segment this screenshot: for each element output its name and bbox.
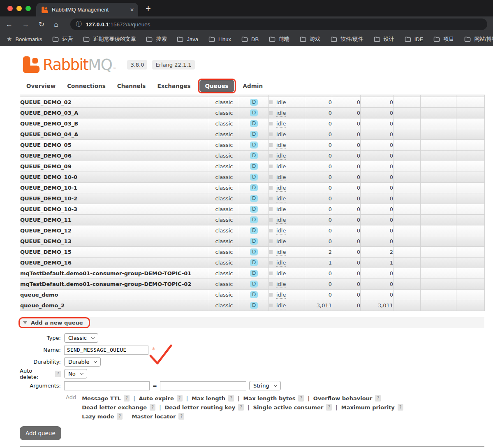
home-icon[interactable]: ⌂ xyxy=(54,21,58,28)
queue-name-cell[interactable]: QUEUE_DEMO_16 xyxy=(20,258,209,268)
queue-name-cell[interactable]: mqTestDefault.demo01-consumer-group-DEMO… xyxy=(20,268,209,279)
queue-name-cell[interactable]: QUEUE_DEMO_06 xyxy=(20,151,209,161)
bookmark-folder[interactable]: DB xyxy=(241,35,259,43)
queue-name-cell[interactable]: mqTestDefault.demo01-consumer-group-DEMO… xyxy=(20,279,209,290)
help-icon[interactable]: ? xyxy=(55,371,61,377)
argument-link[interactable]: Max length xyxy=(192,395,225,402)
separator: | xyxy=(336,404,337,411)
help-icon[interactable]: ? xyxy=(238,404,244,411)
bookmark-folder[interactable]: IDE xyxy=(405,35,424,43)
queue-name-cell[interactable]: QUEUE_DEMO_04_A xyxy=(20,129,209,140)
argument-link[interactable]: Lazy mode xyxy=(82,413,114,420)
bookmark-folder[interactable]: 设计 xyxy=(374,35,394,43)
fullscreen-window-button[interactable] xyxy=(25,6,31,11)
bookmark-folder[interactable]: 游戏 xyxy=(300,35,320,43)
argument-line: Dead letter exchange?|Dead letter routin… xyxy=(82,403,403,412)
url-field[interactable]: ⓘ 127.0.0.1 :15672/#/queues xyxy=(70,19,487,30)
argument-link[interactable]: Message TTL xyxy=(82,395,121,402)
argument-link[interactable]: Max length bytes xyxy=(243,395,295,402)
queue-name-cell[interactable]: QUEUE_DEMO_05 xyxy=(20,140,209,151)
queue-name-cell[interactable]: QUEUE_DEMO_10-0 xyxy=(20,172,209,183)
argument-link[interactable]: Overflow behaviour xyxy=(313,395,373,402)
queue-name-cell[interactable]: queue_demo xyxy=(20,290,209,300)
chevron-down-icon xyxy=(94,360,97,363)
bookmark-folder[interactable]: 搜索 xyxy=(146,35,167,43)
separator: | xyxy=(159,404,161,411)
version-badge: 3.8.0 xyxy=(127,60,147,70)
bookmark-folder[interactable]: 前端 xyxy=(269,35,289,43)
help-icon[interactable]: ? xyxy=(398,404,403,411)
cell-rate-deliver-cell xyxy=(421,215,456,225)
add-queue-section-toggle[interactable]: Add a new queue xyxy=(19,317,90,328)
ready-cell: 0 xyxy=(305,193,332,204)
queue-name-cell[interactable]: QUEUE_DEMO_03_A xyxy=(20,108,209,118)
argument-link[interactable]: Master locator xyxy=(132,413,176,420)
durability-select[interactable]: Durable xyxy=(64,357,101,367)
tab-admin[interactable]: Admin xyxy=(237,80,268,92)
argument-link[interactable]: Maximum priority xyxy=(341,404,395,411)
durable-badge: D xyxy=(250,152,258,159)
argument-link[interactable]: Auto expire xyxy=(139,395,174,402)
bookmark-folder[interactable]: 项目 xyxy=(433,35,454,43)
bookmark-folder[interactable]: 运营 xyxy=(52,35,73,43)
bookmark-folder[interactable]: 近期需要读的文章 xyxy=(83,35,136,43)
argument-link[interactable]: Dead letter routing key xyxy=(165,404,236,411)
queue-name-cell[interactable]: QUEUE_DEMO_13 xyxy=(20,236,209,247)
forward-icon[interactable]: → xyxy=(22,21,29,28)
add-queue-button[interactable]: Add queue xyxy=(20,426,61,440)
tab-exchanges[interactable]: Exchanges xyxy=(151,80,196,92)
queue-name-input[interactable] xyxy=(64,346,148,355)
durability-row: Durability: Durable xyxy=(20,357,493,367)
minimize-window-button[interactable] xyxy=(16,6,22,11)
tab-overview[interactable]: Overview xyxy=(21,80,61,92)
ready-cell: 0 xyxy=(305,140,332,151)
close-tab-icon[interactable]: ✕ xyxy=(130,7,134,13)
queue-name-cell[interactable]: QUEUE_DEMO_10-3 xyxy=(20,204,209,215)
help-icon[interactable]: ? xyxy=(228,395,234,402)
help-icon[interactable]: ? xyxy=(124,395,130,402)
queue-name-cell[interactable]: queue_demo_2 xyxy=(20,300,209,311)
queue-name-cell[interactable]: QUEUE_DEMO_03_B xyxy=(20,118,209,129)
cell-rate-incoming-cell xyxy=(393,161,421,172)
help-icon[interactable]: ? xyxy=(117,413,123,420)
queue-name-cell[interactable]: QUEUE_DEMO_02 xyxy=(20,97,209,108)
type-select[interactable]: Classic xyxy=(64,333,98,343)
help-icon[interactable]: ? xyxy=(150,404,155,411)
queue-name-cell[interactable]: QUEUE_DEMO_11 xyxy=(20,215,209,225)
help-icon[interactable]: ? xyxy=(375,395,381,402)
auto-delete-select[interactable]: No xyxy=(64,369,87,378)
argument-key-input[interactable] xyxy=(64,381,150,390)
argument-link[interactable]: Dead letter exchange xyxy=(82,404,147,411)
tab-queues[interactable]: Queues xyxy=(199,80,234,92)
bookmark-folder[interactable]: 软件/硬件 xyxy=(331,35,363,43)
unacked-cell: 0 xyxy=(332,279,361,290)
help-icon[interactable]: ? xyxy=(178,413,184,420)
state-label: idle xyxy=(276,163,286,170)
queue-name-cell[interactable]: QUEUE_DEMO_09 xyxy=(20,161,209,172)
argument-type-select[interactable]: String xyxy=(249,381,281,390)
back-icon[interactable]: ← xyxy=(6,21,13,28)
bookmark-folder[interactable]: 网站/博客/文章/工具 xyxy=(464,35,493,43)
site-info-icon[interactable]: ⓘ xyxy=(76,21,82,28)
queue-name-cell[interactable]: QUEUE_DEMO_15 xyxy=(20,247,209,258)
argument-value-input[interactable] xyxy=(160,381,246,390)
queue-type-cell: classic xyxy=(209,225,239,236)
browser-tab[interactable]: RabbitMQ Management ✕ xyxy=(36,3,138,16)
bookmarks-menu[interactable]: ★ Bookmarks xyxy=(7,35,42,43)
help-icon[interactable]: ? xyxy=(177,395,183,402)
new-tab-button[interactable]: + xyxy=(146,4,151,13)
bookmark-folder[interactable]: Linux xyxy=(208,35,231,43)
reload-icon[interactable]: ↻ xyxy=(39,21,44,28)
queue-name-cell[interactable]: QUEUE_DEMO_12 xyxy=(20,225,209,236)
arguments-label: Arguments: xyxy=(20,383,61,389)
queue-name-cell[interactable]: QUEUE_DEMO_10-1 xyxy=(20,183,209,193)
bookmark-folder[interactable]: Java xyxy=(177,35,198,43)
help-icon[interactable]: ? xyxy=(298,395,304,402)
close-window-button[interactable] xyxy=(7,6,13,11)
tab-channels[interactable]: Channels xyxy=(111,80,152,92)
queue-name-cell[interactable]: QUEUE_DEMO_10-2 xyxy=(20,193,209,204)
argument-link[interactable]: Single active consumer xyxy=(253,404,324,411)
help-icon[interactable]: ? xyxy=(326,404,332,411)
cell-rate-deliver-cell xyxy=(421,183,456,193)
tab-connections[interactable]: Connections xyxy=(61,80,111,92)
